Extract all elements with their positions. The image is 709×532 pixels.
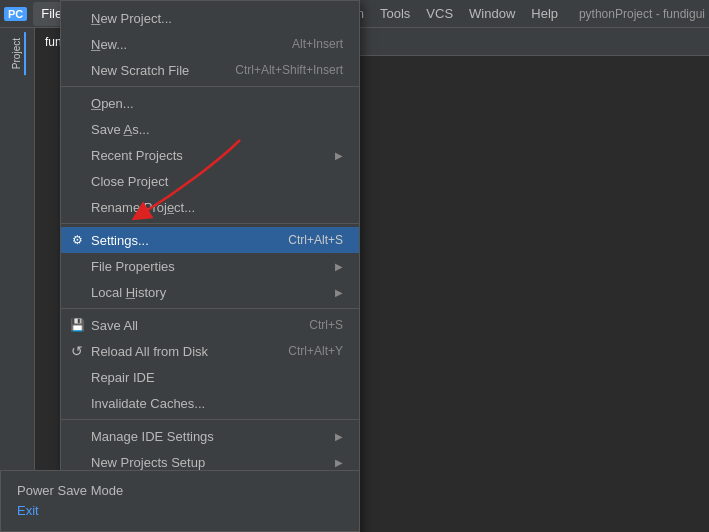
menu-settings[interactable]: ⚙ Settings... Ctrl+Alt+S <box>61 227 359 253</box>
menu-local-history-label: Local History <box>91 285 166 300</box>
menu-recent-projects[interactable]: Recent Projects ▶ <box>61 142 359 168</box>
menu-new-projects-setup-label: New Projects Setup <box>91 455 205 470</box>
separator-1 <box>61 86 359 87</box>
sidebar: Project <box>0 28 35 532</box>
menu-save-as[interactable]: Save As... <box>61 116 359 142</box>
menu-new-shortcut: Alt+Insert <box>292 37 343 51</box>
menu-new-label: New... <box>91 37 127 52</box>
separator-4 <box>61 419 359 420</box>
menu-close-project-label: Close Project <box>91 174 168 189</box>
file-dropdown-menu: New Project... New... Alt+Insert New Scr… <box>60 0 360 532</box>
menu-open[interactable]: Open... <box>61 90 359 116</box>
file-properties-arrow: ▶ <box>335 261 343 272</box>
menu-window[interactable]: Window <box>461 2 523 26</box>
menu-new[interactable]: New... Alt+Insert <box>61 31 359 57</box>
manage-ide-arrow: ▶ <box>335 431 343 442</box>
menu-help[interactable]: Help <box>523 2 566 26</box>
menu-new-scratch[interactable]: New Scratch File Ctrl+Alt+Shift+Insert <box>61 57 359 83</box>
recent-projects-arrow: ▶ <box>335 150 343 161</box>
menu-invalidate-caches-label: Invalidate Caches... <box>91 396 205 411</box>
menu-new-project-label: New Project... <box>91 11 172 26</box>
menu-open-label: Open... <box>91 96 134 111</box>
menu-rename-project[interactable]: Rename Project... <box>61 194 359 220</box>
menu-manage-ide-settings[interactable]: Manage IDE Settings ▶ <box>61 423 359 449</box>
sidebar-tab-project[interactable]: Project <box>9 32 26 75</box>
menu-vcs[interactable]: VCS <box>418 2 461 26</box>
menu-recent-projects-label: Recent Projects <box>91 148 183 163</box>
save-all-icon: 💾 <box>69 317 85 333</box>
separator-2 <box>61 223 359 224</box>
menu-repair-ide-label: Repair IDE <box>91 370 155 385</box>
menu-settings-label: Settings... <box>91 233 149 248</box>
local-history-arrow: ▶ <box>335 287 343 298</box>
settings-icon: ⚙ <box>69 232 85 248</box>
menu-new-scratch-label: New Scratch File <box>91 63 189 78</box>
menu-close-project[interactable]: Close Project <box>61 168 359 194</box>
window-title: pythonProject - fundigui <box>579 7 705 21</box>
menu-settings-shortcut: Ctrl+Alt+S <box>288 233 343 247</box>
menu-file-properties[interactable]: File Properties ▶ <box>61 253 359 279</box>
menu-reload-shortcut: Ctrl+Alt+Y <box>288 344 343 358</box>
menu-save-as-label: Save As... <box>91 122 150 137</box>
menu-new-scratch-shortcut: Ctrl+Alt+Shift+Insert <box>235 63 343 77</box>
app-logo: PC <box>4 7 27 21</box>
menu-new-project[interactable]: New Project... <box>61 5 359 31</box>
menu-save-all-label: Save All <box>91 318 138 333</box>
menu-tools[interactable]: Tools <box>372 2 418 26</box>
notification-line1: Power Save Mode <box>17 481 343 501</box>
menu-save-all-shortcut: Ctrl+S <box>309 318 343 332</box>
menu-repair-ide[interactable]: Repair IDE <box>61 364 359 390</box>
bottom-notification: Power Save Mode Exit <box>0 470 360 532</box>
separator-3 <box>61 308 359 309</box>
menu-save-all[interactable]: 💾 Save All Ctrl+S <box>61 312 359 338</box>
menu-reload-label: Reload All from Disk <box>91 344 208 359</box>
menu-manage-ide-settings-label: Manage IDE Settings <box>91 429 214 444</box>
menu-invalidate-caches[interactable]: Invalidate Caches... <box>61 390 359 416</box>
menu-local-history[interactable]: Local History ▶ <box>61 279 359 305</box>
notification-line2[interactable]: Exit <box>17 501 343 521</box>
notification-content: Power Save Mode Exit <box>17 481 343 521</box>
menu-file-properties-label: File Properties <box>91 259 175 274</box>
menu-rename-project-label: Rename Project... <box>91 200 195 215</box>
menu-reload-from-disk[interactable]: ↺ Reload All from Disk Ctrl+Alt+Y <box>61 338 359 364</box>
sidebar-tab-label: Project <box>11 38 22 69</box>
reload-icon: ↺ <box>69 343 85 359</box>
new-projects-setup-arrow: ▶ <box>335 457 343 468</box>
